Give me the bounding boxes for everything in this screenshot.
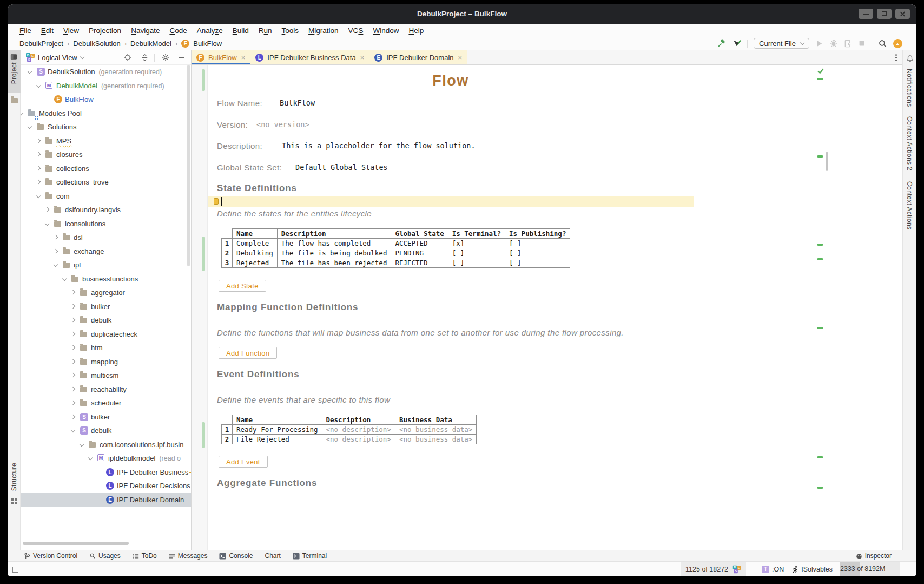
menu-navigate[interactable]: Navigate [131, 27, 160, 35]
tree-item-iconsolutions[interactable]: iconsolutions [21, 217, 191, 231]
tree-item-bulker[interactable]: Sbulker [21, 410, 191, 424]
chevron-right-icon[interactable] [71, 414, 75, 418]
update-available-icon[interactable] [893, 39, 902, 48]
chevron-right-icon[interactable] [54, 235, 58, 239]
bell-icon[interactable] [906, 55, 914, 62]
tool-button-messages[interactable]: Messages [169, 552, 208, 560]
run-icon[interactable] [815, 40, 823, 48]
tree-item-scheduler[interactable]: scheduler [21, 396, 191, 410]
minimize-button[interactable] [859, 9, 873, 19]
locate-icon[interactable] [123, 53, 132, 62]
caret-position-widget[interactable]: 1125 of 18272 DLS [681, 562, 746, 576]
collapse-all-icon[interactable] [141, 54, 149, 62]
cell[interactable]: [ ] [505, 258, 570, 268]
version-value[interactable]: <no version> [256, 120, 309, 129]
tool-button-usages[interactable]: Usages [89, 552, 121, 560]
tree-item-exchange[interactable]: exchange [21, 245, 191, 259]
tree-item-com[interactable]: com [21, 189, 191, 204]
tree-item-collections[interactable]: collections [21, 162, 191, 176]
chevron-right-icon[interactable] [71, 401, 75, 405]
tab-ipf-debulker-domain[interactable]: EIPF Debulker Domain× [369, 50, 467, 64]
cell[interactable]: Rejected [233, 258, 278, 268]
context-actions-2-strip-label[interactable]: Context Actions 2 [906, 116, 913, 170]
menu-view[interactable]: View [63, 27, 79, 35]
tree-item-businessfunctions[interactable]: businessfunctions [21, 272, 191, 286]
tree-item-duplicatecheck[interactable]: duplicatecheck [21, 327, 191, 342]
tree-item-mapping[interactable]: mapping [21, 355, 191, 369]
mapping-functions-heading[interactable]: Mapping Function Definitions [217, 302, 358, 313]
chevron-right-icon[interactable] [36, 152, 41, 156]
cell[interactable]: [ ] [448, 248, 505, 258]
close-button[interactable] [895, 9, 910, 19]
intention-bulb-icon[interactable] [214, 198, 219, 205]
menu-migration[interactable]: Migration [308, 27, 339, 35]
chevron-right-icon[interactable] [71, 345, 75, 350]
chevron-right-icon[interactable] [36, 180, 41, 184]
chevron-down-icon[interactable] [21, 110, 23, 115]
tree-item-solutions[interactable]: Solutions [21, 120, 191, 134]
build-hammer-icon[interactable] [717, 39, 726, 48]
aggregate-functions-heading[interactable]: Aggregate Functions [217, 478, 317, 489]
stripe-mark[interactable] [817, 327, 823, 329]
tree-item-ipf-debulker-decisions[interactable]: LIPF Debulker Decisions [21, 479, 191, 493]
stripe-mark[interactable] [817, 487, 823, 489]
breadcrumb-debulksolution[interactable]: DebulkSolution [73, 40, 120, 48]
add-function-button[interactable]: Add Function [219, 347, 277, 359]
folder-strip-icon[interactable] [11, 98, 18, 103]
cell[interactable]: The file is being debulked [277, 248, 391, 258]
chevron-down-icon[interactable] [28, 69, 32, 74]
cell[interactable]: PENDING [391, 248, 448, 258]
notifications-strip-label[interactable]: Notifications [906, 69, 913, 107]
cell[interactable]: <no business data> [395, 435, 476, 444]
close-icon[interactable]: × [241, 54, 246, 62]
breadcrumb-bulkflow[interactable]: BulkFlow [193, 40, 222, 48]
tree-item-debulk[interactable]: Sdebulk [21, 424, 191, 438]
project-strip-label[interactable]: Project [10, 62, 18, 84]
menu-file[interactable]: File [19, 27, 31, 35]
description-value[interactable]: This is a placeholder for the flow solut… [282, 141, 476, 150]
flow-title[interactable]: Flow [208, 73, 694, 89]
stop-icon[interactable] [858, 40, 866, 47]
tree-horizontal-scrollbar[interactable] [23, 542, 129, 545]
menu-analyze[interactable]: Analyze [197, 27, 223, 35]
stripe-mark[interactable] [817, 78, 823, 80]
cell[interactable]: <no description> [322, 435, 395, 444]
tree-item-htm[interactable]: htm [21, 341, 191, 355]
tool-button-terminal[interactable]: Terminal [293, 552, 327, 560]
chevron-down-icon[interactable] [36, 83, 41, 87]
add-state-button[interactable]: Add State [219, 280, 266, 292]
cell[interactable]: Debulking [233, 248, 278, 258]
menu-edit[interactable]: Edit [41, 27, 54, 35]
cell[interactable]: File Rejected [233, 435, 322, 444]
breadcrumb-debulkproject[interactable]: DebulkProject [19, 40, 63, 48]
stripe-mark[interactable] [817, 155, 823, 158]
menu-code[interactable]: Code [169, 27, 187, 35]
chevron-down-icon[interactable] [62, 276, 67, 280]
tab-ipf-debulker-business-data[interactable]: LIPF Debulker Business Data× [250, 50, 369, 64]
tree-item-reachability[interactable]: reachability [21, 383, 191, 397]
chevron-down-icon[interactable] [28, 124, 32, 129]
cell[interactable]: [ ] [505, 239, 570, 248]
cell[interactable]: ACCEPTED [391, 239, 448, 248]
editor-pane[interactable]: Flow Flow Name: BulkFlow Version: <no ve… [192, 65, 902, 550]
tree-item-ipf-debulker-business[interactable]: LIPF Debulker Business [21, 465, 191, 480]
chevron-down-icon[interactable] [71, 428, 75, 432]
tool-button-console[interactable]: Console [219, 552, 253, 560]
chevron-down-icon[interactable] [80, 55, 84, 59]
hide-panel-icon[interactable] [179, 57, 184, 58]
tree-item-ipfdebulkmodel[interactable]: Mipfdebulkmodel(read o [21, 451, 191, 465]
add-event-button[interactable]: Add Event [219, 456, 268, 468]
chevron-right-icon[interactable] [54, 248, 58, 253]
tree-item-debulk[interactable]: debulk [21, 313, 191, 327]
menu-build[interactable]: Build [233, 27, 249, 35]
flow-name-value[interactable]: BulkFlow [280, 99, 315, 107]
context-actions-strip-label[interactable]: Context Actions [906, 181, 913, 229]
tab-bulkflow[interactable]: FBulkFlow× [192, 50, 250, 64]
cell[interactable]: The file has been rejected [277, 258, 391, 268]
breadcrumb-debulkmodel[interactable]: DebulkModel [130, 40, 171, 48]
menu-projection[interactable]: Projection [89, 27, 121, 35]
cell[interactable]: <no business data> [395, 425, 476, 435]
tree-item-com-iconsolutions-ipf-busin[interactable]: com.iconsolutions.ipf.busin [21, 438, 191, 452]
cell[interactable]: The flow has completed [277, 239, 391, 248]
event-definitions-heading[interactable]: Event Definitions [217, 369, 299, 380]
